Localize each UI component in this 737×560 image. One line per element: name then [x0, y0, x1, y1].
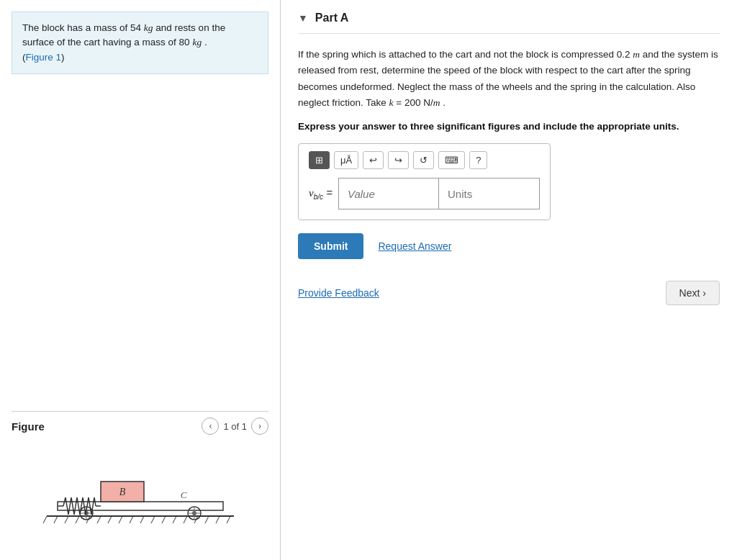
answer-toolbar: ⊞ μÅ ↩ ↪ ↺ ⌨ ?	[309, 151, 540, 169]
keyboard-icon: ⌨	[445, 155, 458, 166]
question-text: If the spring which is attached to the c…	[298, 47, 720, 111]
mu-button[interactable]: μÅ	[334, 151, 358, 169]
units-input[interactable]	[439, 178, 540, 209]
svg-line-8	[119, 516, 122, 523]
left-panel: The block has a mass of 54 kg and rests …	[0, 0, 281, 560]
next-label: Next	[679, 287, 700, 299]
figure-page: 1 of 1	[223, 421, 247, 432]
problem-text: The block has a mass of 54 kg and rests …	[22, 22, 225, 48]
value-input[interactable]	[338, 178, 439, 209]
undo-icon: ↩	[369, 155, 377, 166]
request-answer-button[interactable]: Request Answer	[378, 240, 451, 252]
svg-line-3	[65, 516, 68, 523]
submit-button[interactable]: Submit	[298, 233, 363, 259]
provide-feedback-link[interactable]: Provide Feedback	[298, 287, 379, 299]
figure-prev-button[interactable]: ‹	[202, 417, 219, 435]
figure-header: Figure ‹ 1 of 1 ›	[12, 411, 268, 435]
redo-button[interactable]: ↪	[388, 151, 409, 169]
matrix-icon: ⊞	[315, 155, 323, 166]
svg-line-18	[227, 516, 230, 523]
svg-text:B: B	[119, 487, 125, 497]
figure-nav: ‹ 1 of 1 ›	[202, 417, 268, 435]
redo-icon: ↪	[394, 155, 402, 166]
figure-title: Figure	[12, 420, 45, 433]
svg-line-12	[162, 516, 166, 523]
figure-link[interactable]: Figure 1	[26, 52, 62, 63]
svg-line-6	[97, 516, 101, 523]
variable-label: vb/c =	[309, 186, 333, 201]
cart-svg: B C	[32, 448, 248, 534]
refresh-icon: ↺	[420, 155, 428, 166]
answer-row: vb/c =	[309, 178, 540, 209]
part-title: Part A	[315, 12, 349, 24]
mu-icon: μÅ	[340, 155, 352, 166]
answer-input-container: ⊞ μÅ ↩ ↪ ↺ ⌨ ? vb/c =	[298, 143, 551, 220]
svg-line-1	[43, 516, 47, 523]
svg-line-4	[76, 516, 79, 523]
figure-image: B C	[12, 441, 268, 548]
undo-button[interactable]: ↩	[363, 151, 384, 169]
matrix-button[interactable]: ⊞	[309, 151, 330, 169]
svg-line-7	[108, 516, 112, 523]
svg-line-16	[205, 516, 209, 523]
svg-line-2	[54, 516, 58, 523]
figure-next-button[interactable]: ›	[251, 417, 268, 435]
part-collapse-arrow[interactable]: ▼	[298, 12, 308, 24]
svg-line-11	[151, 516, 155, 523]
figure-section: Figure ‹ 1 of 1 ›	[12, 411, 268, 548]
right-panel: ▼ Part A If the spring which is attached…	[281, 0, 737, 560]
keyboard-button[interactable]: ⌨	[438, 151, 465, 169]
next-button[interactable]: Next ›	[666, 281, 720, 305]
svg-line-14	[184, 516, 187, 523]
help-button[interactable]: ?	[469, 151, 487, 169]
svg-line-17	[216, 516, 220, 523]
bottom-row: Provide Feedback Next ›	[298, 281, 720, 305]
svg-line-13	[173, 516, 176, 523]
refresh-button[interactable]: ↺	[413, 151, 434, 169]
svg-line-9	[130, 516, 133, 523]
action-row: Submit Request Answer	[298, 233, 720, 259]
instruction-text: Express your answer to three significant…	[298, 121, 720, 132]
svg-line-10	[140, 516, 144, 523]
svg-rect-19	[58, 502, 223, 510]
help-icon: ?	[476, 155, 481, 166]
problem-text-box: The block has a mass of 54 kg and rests …	[12, 12, 268, 74]
part-header: ▼ Part A	[298, 12, 720, 34]
svg-text:C: C	[180, 489, 186, 500]
next-chevron-icon: ›	[702, 287, 706, 299]
